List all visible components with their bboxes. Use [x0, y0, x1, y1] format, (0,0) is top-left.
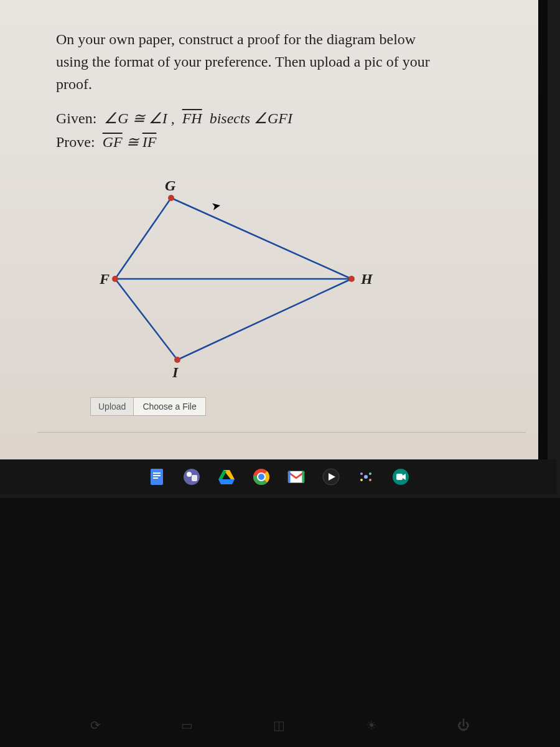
instructions-text: On your own paper, construct a proof for… — [56, 28, 507, 95]
instructions-line2: using the format of your preference. The… — [56, 54, 430, 70]
svg-rect-35 — [396, 474, 403, 480]
vertex-h-label: H — [360, 271, 373, 287]
segment-if: IF — [142, 134, 157, 150]
segment-gf: GF — [103, 134, 123, 150]
svg-point-7 — [348, 276, 355, 282]
given-bisects: bisects ∠GFI — [210, 110, 292, 126]
separator — [37, 432, 526, 433]
teams-icon[interactable] — [182, 467, 201, 486]
given-label: Given: — [56, 110, 96, 126]
bezel-brightness-icon: ☀ — [366, 718, 377, 733]
instructions-line1: On your own paper, construct a proof for… — [56, 31, 416, 47]
meet-icon[interactable] — [391, 467, 410, 486]
gmail-icon[interactable] — [287, 467, 306, 486]
chrome-icon[interactable] — [252, 467, 271, 486]
svg-rect-25 — [287, 471, 290, 483]
given-angles: ∠G ≅ ∠I , — [104, 110, 174, 126]
svg-point-5 — [112, 276, 118, 282]
monitor-bezel-controls: ⟳ ▭ ◫ ☀ ⏻ — [0, 710, 560, 741]
svg-point-33 — [369, 479, 371, 481]
svg-rect-24 — [287, 471, 304, 483]
svg-marker-17 — [218, 470, 226, 479]
svg-rect-10 — [153, 472, 161, 474]
geometry-diagram: G F H I ➤ — [90, 173, 376, 385]
prove-statement: Prove: GF ≅ IF — [56, 130, 507, 154]
congruent-symbol: ≅ — [126, 134, 139, 150]
prove-label: Prove: — [56, 134, 95, 150]
vertex-f-label: F — [99, 271, 110, 287]
bezel-overview-icon: ◫ — [273, 718, 285, 733]
vertex-g-label: G — [165, 177, 176, 194]
segment-fh: FH — [182, 110, 202, 126]
svg-line-4 — [177, 279, 352, 360]
bezel-power-icon: ⏻ — [457, 718, 470, 733]
instructions-line3: proof. — [56, 76, 92, 92]
drive-icon[interactable] — [217, 467, 236, 486]
svg-rect-9 — [151, 469, 163, 485]
os-taskbar[interactable] — [0, 459, 557, 494]
question-content: On your own paper, construct a proof for… — [37, 19, 526, 428]
given-statement: Given: ∠G ≅ ∠I , FH bisects ∠GFI — [56, 106, 507, 130]
svg-point-32 — [360, 479, 363, 481]
svg-line-1 — [171, 198, 352, 279]
svg-line-0 — [115, 198, 171, 279]
bezel-refresh-icon: ⟳ — [90, 718, 101, 733]
ai-icon[interactable] — [357, 467, 375, 486]
svg-rect-26 — [302, 471, 304, 483]
svg-point-30 — [360, 472, 363, 475]
svg-rect-11 — [153, 475, 161, 476]
svg-point-31 — [369, 472, 371, 475]
svg-rect-12 — [153, 477, 158, 479]
bezel-menu-icon: ▭ — [181, 718, 193, 733]
choose-file-button[interactable]: Choose a File — [134, 397, 205, 416]
svg-point-14 — [187, 472, 192, 477]
svg-marker-18 — [218, 479, 235, 484]
vertex-i-label: I — [172, 364, 179, 380]
docs-icon[interactable] — [147, 467, 166, 486]
upload-control: Upload Choose a File — [90, 397, 507, 416]
svg-point-8 — [174, 357, 180, 363]
play-icon[interactable] — [322, 467, 340, 486]
screen-area: On your own paper, construct a proof for… — [0, 0, 548, 461]
svg-point-29 — [364, 475, 368, 479]
upload-label: Upload — [90, 397, 134, 416]
diagram-svg: G F H I — [90, 173, 376, 385]
svg-point-6 — [168, 195, 174, 201]
svg-line-3 — [115, 279, 177, 360]
svg-rect-15 — [192, 475, 197, 481]
